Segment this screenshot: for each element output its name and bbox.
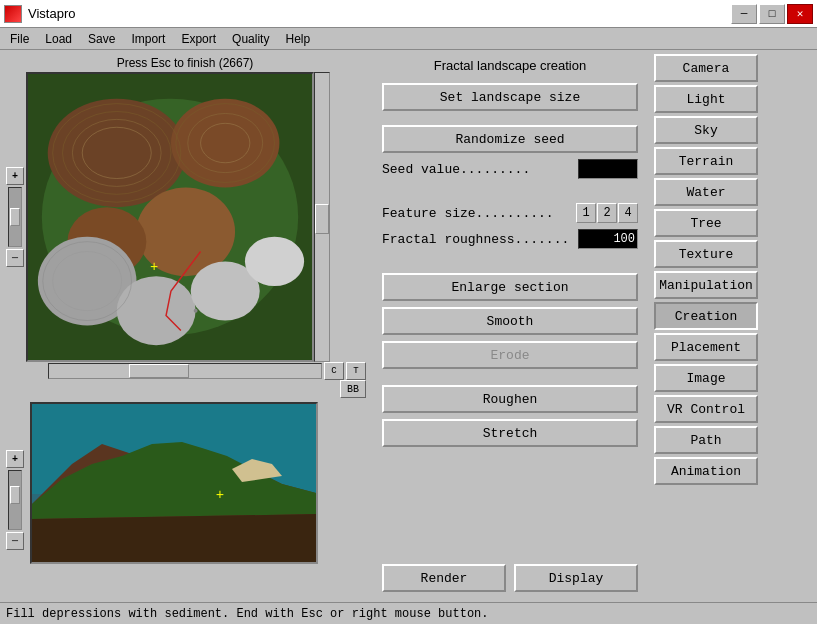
- preview-zoom-in-button[interactable]: +: [6, 450, 24, 468]
- bb-row: BB: [26, 380, 366, 398]
- svg-point-2: [48, 99, 186, 207]
- menu-import[interactable]: Import: [125, 30, 171, 48]
- water-button[interactable]: Water: [654, 178, 758, 206]
- vr-control-button[interactable]: VR Control: [654, 395, 758, 423]
- map-canvas[interactable]: +: [26, 72, 314, 362]
- path-button[interactable]: Path: [654, 426, 758, 454]
- minimize-button[interactable]: ─: [731, 4, 757, 24]
- svg-point-20: [194, 309, 198, 313]
- preview-left-controls: + ─: [4, 402, 26, 598]
- feature-group: Feature size.......... 1 2 4 Fractal rou…: [374, 199, 646, 259]
- middle-panel: Fractal landscape creation Set landscape…: [370, 50, 650, 602]
- preview-canvas[interactable]: +: [30, 402, 318, 564]
- animation-button[interactable]: Animation: [654, 457, 758, 485]
- map-left-controls: + ─: [4, 72, 26, 362]
- left-panel: Press Esc to finish (2667) + ─: [0, 50, 370, 602]
- feature-size-1-button[interactable]: 1: [576, 203, 596, 223]
- roughness-label: Fractal roughness.......: [382, 232, 578, 247]
- menu-file[interactable]: File: [4, 30, 35, 48]
- image-button[interactable]: Image: [654, 364, 758, 392]
- roughness-row: Fractal roughness.......: [382, 229, 638, 249]
- map-area: + ─: [4, 72, 366, 362]
- terrain-button[interactable]: Terrain: [654, 147, 758, 175]
- map-zoom-out-button[interactable]: ─: [6, 249, 24, 267]
- map-title: Press Esc to finish (2667): [4, 54, 366, 72]
- bottom-buttons: Render Display: [374, 558, 646, 598]
- terrain-ops-group: Enlarge section Smooth Erode Roughen Str…: [374, 269, 646, 457]
- seed-input[interactable]: [578, 159, 638, 179]
- status-text: Fill depressions with sediment. End with…: [6, 607, 488, 621]
- manipulation-button[interactable]: Manipulation: [654, 271, 758, 299]
- map-t-button[interactable]: T: [346, 362, 366, 380]
- menu-quality[interactable]: Quality: [226, 30, 275, 48]
- map-vertical-scrollbar[interactable]: [314, 72, 330, 362]
- randomize-group: Randomize seed Seed value.........: [374, 121, 646, 189]
- creation-button[interactable]: Creation: [654, 302, 758, 330]
- title-bar-left: Vistapro: [4, 5, 75, 23]
- smooth-button[interactable]: Smooth: [382, 307, 638, 335]
- status-bar: Fill depressions with sediment. End with…: [0, 602, 817, 624]
- menu-help[interactable]: Help: [279, 30, 316, 48]
- tree-button[interactable]: Tree: [654, 209, 758, 237]
- close-button[interactable]: ✕: [787, 4, 813, 24]
- map-section: Press Esc to finish (2667) + ─: [4, 54, 366, 398]
- map-zoom-in-button[interactable]: +: [6, 167, 24, 185]
- svg-point-9: [245, 237, 304, 286]
- map-zoom-slider[interactable]: [8, 187, 22, 247]
- bb-button[interactable]: BB: [340, 380, 366, 398]
- restore-button[interactable]: □: [759, 4, 785, 24]
- svg-text:+: +: [216, 487, 224, 503]
- preview-section: + ─: [4, 402, 366, 598]
- set-landscape-group: Set landscape size: [374, 79, 646, 121]
- main-container: Press Esc to finish (2667) + ─: [0, 50, 817, 602]
- seed-label: Seed value.........: [382, 162, 578, 177]
- stretch-button[interactable]: Stretch: [382, 419, 638, 447]
- svg-text:+: +: [150, 260, 158, 275]
- title-bar: Vistapro ─ □ ✕: [0, 0, 817, 28]
- feature-size-buttons: 1 2 4: [576, 203, 638, 223]
- window-title: Vistapro: [28, 6, 75, 21]
- roughen-button[interactable]: Roughen: [382, 385, 638, 413]
- seed-row: Seed value.........: [382, 159, 638, 179]
- roughness-input[interactable]: [578, 229, 638, 249]
- enlarge-section-button[interactable]: Enlarge section: [382, 273, 638, 301]
- preview-zoom-out-button[interactable]: ─: [6, 532, 24, 550]
- panel-title: Fractal landscape creation: [374, 54, 646, 79]
- render-button[interactable]: Render: [382, 564, 506, 592]
- map-vertical-thumb[interactable]: [315, 204, 329, 234]
- placement-button[interactable]: Placement: [654, 333, 758, 361]
- menu-bar: File Load Save Import Export Quality Hel…: [0, 28, 817, 50]
- title-bar-controls: ─ □ ✕: [731, 4, 813, 24]
- display-button[interactable]: Display: [514, 564, 638, 592]
- feature-size-4-button[interactable]: 4: [618, 203, 638, 223]
- texture-button[interactable]: Texture: [654, 240, 758, 268]
- feature-size-2-button[interactable]: 2: [597, 203, 617, 223]
- menu-save[interactable]: Save: [82, 30, 121, 48]
- svg-point-7: [117, 276, 196, 345]
- map-horizontal-scrollbar[interactable]: [48, 363, 322, 379]
- menu-export[interactable]: Export: [175, 30, 222, 48]
- erode-button[interactable]: Erode: [382, 341, 638, 369]
- feature-size-row: Feature size.......... 1 2 4: [382, 203, 638, 223]
- sky-button[interactable]: Sky: [654, 116, 758, 144]
- feature-label: Feature size..........: [382, 206, 576, 221]
- menu-load[interactable]: Load: [39, 30, 78, 48]
- camera-button[interactable]: Camera: [654, 54, 758, 82]
- right-panel: Camera Light Sky Terrain Water Tree Text…: [650, 50, 762, 602]
- app-icon: [4, 5, 22, 23]
- light-button[interactable]: Light: [654, 85, 758, 113]
- map-c-button[interactable]: C: [324, 362, 344, 380]
- set-landscape-button[interactable]: Set landscape size: [382, 83, 638, 111]
- preview-zoom-slider[interactable]: [8, 470, 22, 530]
- randomize-button[interactable]: Randomize seed: [382, 125, 638, 153]
- svg-marker-27: [32, 514, 318, 564]
- map-bottom-controls: C T: [26, 362, 366, 380]
- map-horizontal-thumb[interactable]: [129, 364, 189, 378]
